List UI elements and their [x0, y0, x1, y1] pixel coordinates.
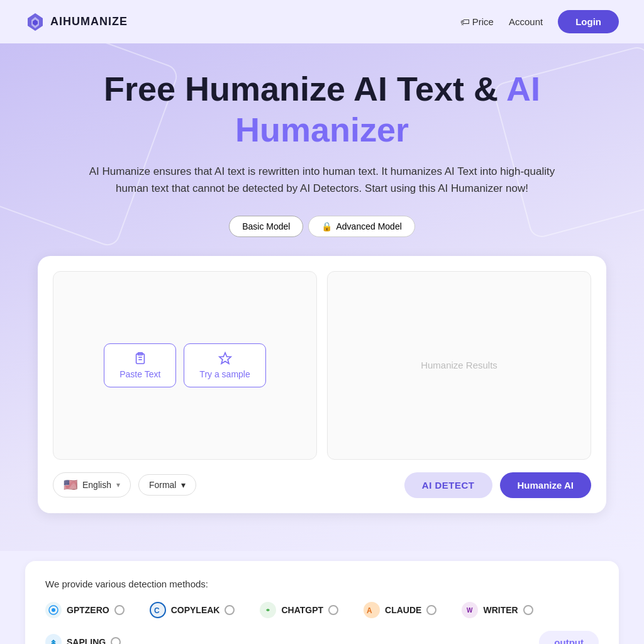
claude-icon: A	[364, 602, 380, 618]
logo: AIHUMANIZE	[25, 12, 128, 32]
result-placeholder: Humanize Results	[421, 360, 497, 370]
ai-detect-button[interactable]: AI DETECT	[404, 472, 492, 498]
svg-text:A: A	[367, 606, 372, 615]
claude-label: CLAUDE	[385, 605, 421, 615]
claude-radio[interactable]	[426, 605, 436, 615]
detection-methods: GPTZERO C COPYLEAK CHATGPT A C	[45, 602, 599, 644]
sapling-label: SAPLING	[67, 637, 106, 644]
advanced-model-tab[interactable]: 🔒 Advanced Model	[308, 216, 414, 237]
main-card: Paste Text Try a sample Humanize Results	[38, 256, 606, 513]
detection-item-gptzero: GPTZERO	[45, 602, 125, 618]
nav-right: 🏷 Price Account Login	[460, 10, 619, 33]
hero-title: Free Humanize AI Text & AI Humanizer	[13, 69, 631, 150]
tone-selector[interactable]: Formal ▾	[138, 474, 197, 496]
account-link[interactable]: Account	[509, 16, 543, 27]
humanize-button[interactable]: Humanize AI	[500, 472, 591, 498]
detection-title: We provide various detection methods:	[45, 579, 599, 589]
svg-point-9	[52, 608, 55, 612]
sapling-radio[interactable]	[111, 637, 121, 644]
gptzero-label: GPTZERO	[67, 605, 109, 615]
svg-text:W: W	[467, 607, 473, 614]
chatgpt-label: CHATGPT	[281, 605, 323, 615]
detection-item-claude: A CLAUDE	[364, 602, 436, 618]
language-selector[interactable]: 🇺🇸 English ▾	[53, 472, 131, 497]
price-link[interactable]: 🏷 Price	[460, 16, 494, 27]
copyleak-icon: C	[150, 602, 166, 618]
writer-radio[interactable]	[523, 605, 533, 615]
copyleak-radio[interactable]	[225, 605, 235, 615]
chevron-down-icon: ▾	[116, 480, 120, 489]
text-actions: Paste Text Try a sample	[104, 343, 266, 387]
bottom-controls: 🇺🇸 English ▾ Formal ▾ AI DETECT Humanize…	[53, 472, 591, 498]
gptzero-radio[interactable]	[114, 605, 125, 615]
model-tabs: Basic Model 🔒 Advanced Model	[13, 216, 631, 237]
detection-item-writer: W WRITER	[462, 602, 533, 618]
input-panel: Paste Text Try a sample	[53, 271, 317, 460]
price-icon: 🏷	[460, 16, 470, 27]
flag-icon: 🇺🇸	[64, 478, 77, 492]
chatgpt-icon	[260, 602, 276, 618]
detection-item-chatgpt: CHATGPT	[260, 602, 338, 618]
lock-icon: 🔒	[321, 221, 332, 231]
copyleak-label: COPYLEAK	[171, 605, 220, 615]
try-sample-button[interactable]: Try a sample	[184, 343, 265, 387]
text-areas: Paste Text Try a sample Humanize Results	[53, 271, 591, 460]
hero-section: Free Humanize AI Text & AI Humanizer AI …	[0, 43, 644, 551]
clipboard-icon	[133, 352, 147, 365]
svg-marker-7	[219, 353, 230, 364]
detection-section: We provide various detection methods: GP…	[25, 561, 619, 644]
login-button[interactable]: Login	[558, 10, 619, 33]
logo-icon	[25, 12, 45, 32]
basic-model-tab[interactable]: Basic Model	[229, 216, 303, 237]
star-icon	[218, 352, 232, 365]
chatgpt-radio[interactable]	[328, 605, 338, 615]
detection-item-sapling: SAPLING	[45, 631, 121, 644]
writer-label: WRITER	[483, 605, 518, 615]
gptzero-icon	[45, 602, 62, 618]
output-badge[interactable]: output	[539, 631, 599, 644]
writer-icon: W	[462, 602, 478, 618]
header: AIHUMANIZE 🏷 Price Account Login	[0, 0, 644, 43]
output-panel: Humanize Results	[327, 271, 591, 460]
tone-chevron-icon: ▾	[181, 480, 186, 490]
logo-text: AIHUMANIZE	[50, 15, 128, 28]
sapling-icon	[45, 634, 62, 644]
hero-subtitle: AI Humanize ensures that AI text is rewr…	[77, 163, 567, 197]
svg-text:C: C	[154, 606, 160, 615]
detection-item-copyleak: C COPYLEAK	[150, 602, 235, 618]
paste-text-button[interactable]: Paste Text	[104, 343, 176, 387]
